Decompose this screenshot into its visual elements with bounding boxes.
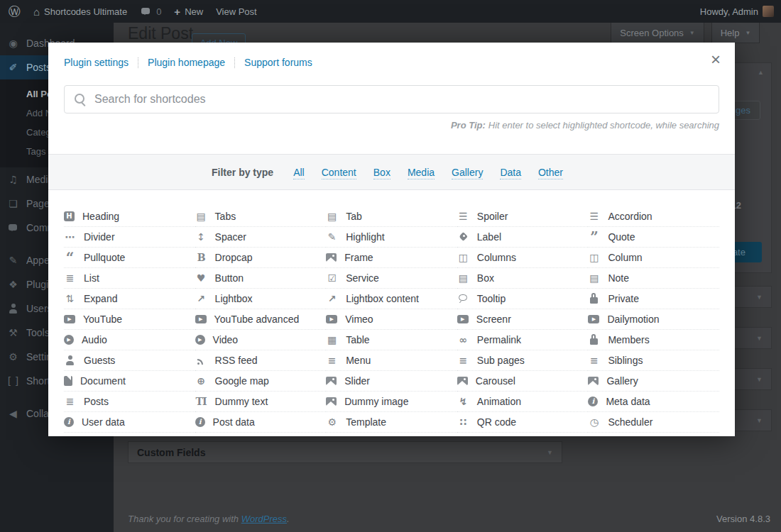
shortcode-item-heading[interactable]: HHeading	[64, 206, 195, 227]
shortcode-item-permalink[interactable]: ∞Permalink	[457, 330, 589, 350]
shortcode-item-carousel[interactable]: Carousel	[457, 371, 589, 392]
shortcode-item-tabs[interactable]: ▤Tabs	[195, 206, 327, 227]
site-menu[interactable]: ⌂ Shortcodes Ultimate	[33, 6, 127, 18]
shortcode-item-post-data[interactable]: iPost data	[195, 412, 327, 433]
howdy-menu[interactable]: Howdy, Admin	[700, 6, 774, 17]
shortcode-item-pullquote[interactable]: “Pullquote	[64, 248, 195, 268]
shortcode-item-guests[interactable]: Guests	[64, 350, 195, 371]
filter-content[interactable]: Content	[322, 167, 356, 179]
shortcode-item-user-data[interactable]: iUser data	[64, 412, 195, 433]
shortcode-label: Frame	[344, 252, 373, 263]
shortcode-item-sub-pages[interactable]: ≡Sub pages	[457, 350, 589, 371]
shortcode-item-scheduler[interactable]: ◷Scheduler	[588, 412, 719, 433]
shortcode-item-meta-data[interactable]: iMeta data	[588, 392, 719, 412]
shortcode-item-members[interactable]: Members	[588, 330, 719, 350]
modal-link-plugin-homepage[interactable]: Plugin homepage	[148, 57, 225, 68]
filter-media[interactable]: Media	[408, 167, 435, 179]
panel-toggle-down-icon[interactable]: ▼	[756, 417, 763, 424]
shortcode-item-frame[interactable]: Frame	[326, 248, 457, 268]
panel-toggle-down-icon[interactable]: ▼	[756, 335, 763, 342]
panel-toggle-down-icon[interactable]: ▼	[547, 449, 553, 456]
shortcode-item-posts[interactable]: ≣Posts	[64, 392, 195, 412]
shortcode-item-youtube-advanced[interactable]: ▶YouTube advanced	[195, 309, 327, 330]
screen-options-tab[interactable]: Screen Options ▼	[611, 23, 704, 43]
posts-list-icon: ≣	[64, 396, 76, 407]
modal-link-support-forums[interactable]: Support forums	[244, 57, 312, 68]
filter-data[interactable]: Data	[500, 167, 521, 179]
shortcodes-brackets-icon: [ ]	[7, 375, 19, 387]
shortcode-item-lightbox[interactable]: ↗Lightbox	[195, 289, 327, 309]
panel-toggle-down-icon[interactable]: ▼	[756, 294, 763, 301]
shortcode-label: Lightbox content	[346, 293, 419, 304]
shortcode-item-dummy-text[interactable]: TIDummy text	[195, 392, 327, 412]
shortcode-label: Tabs	[215, 211, 236, 222]
dropcap-icon: B	[195, 252, 207, 263]
shortcode-item-dropcap[interactable]: BDropcap	[195, 248, 327, 268]
shortcode-item-menu[interactable]: ≡Menu	[326, 350, 457, 371]
shortcode-item-note[interactable]: ▤Note	[588, 268, 719, 289]
view-post-menu[interactable]: View Post	[216, 6, 257, 17]
shortcode-item-column[interactable]: ◫Column	[588, 248, 719, 268]
shortcode-item-google-map[interactable]: ⊕Google map	[195, 371, 327, 392]
filter-gallery[interactable]: Gallery	[452, 167, 483, 179]
pushpin-icon: ✐	[7, 62, 19, 73]
shortcode-item-dailymotion[interactable]: ▶Dailymotion	[588, 309, 719, 330]
shortcode-item-youtube[interactable]: ▶YouTube	[64, 309, 195, 330]
site-name: Shortcodes Ultimate	[44, 6, 127, 17]
shortcode-item-siblings[interactable]: ≡Siblings	[588, 350, 719, 371]
shortcode-item-private[interactable]: Private	[588, 289, 719, 309]
shortcode-item-spacer[interactable]: ↕Spacer	[195, 227, 327, 248]
shortcode-item-vimeo[interactable]: ▶Vimeo	[326, 309, 457, 330]
shortcode-item-table[interactable]: ▦Table	[326, 330, 457, 350]
shortcode-item-highlight[interactable]: ✎Highlight	[326, 227, 457, 248]
shortcode-item-screenr[interactable]: ▶Screenr	[457, 309, 589, 330]
shortcode-label: Guests	[84, 355, 115, 366]
search-input[interactable]	[64, 85, 719, 113]
comments-menu[interactable]: 0	[140, 6, 161, 17]
shortcode-item-document[interactable]: Document	[64, 371, 195, 392]
template-icon: ⚙	[326, 416, 338, 428]
shortcode-label: QR code	[477, 416, 516, 428]
modal-link-plugin-settings[interactable]: Plugin settings	[64, 57, 129, 68]
shortcode-item-list[interactable]: ≣List	[64, 268, 195, 289]
shortcode-item-accordion[interactable]: ☰Accordion	[588, 206, 719, 227]
filter-other[interactable]: Other	[538, 167, 563, 179]
shortcode-item-rss-feed[interactable]: RSS feed	[195, 350, 327, 371]
panel-toggle-up-icon[interactable]: ▲	[758, 69, 764, 76]
shortcode-item-template[interactable]: ⚙Template	[326, 412, 457, 433]
shortcode-item-tooltip[interactable]: Tooltip	[457, 289, 589, 309]
shortcode-item-animation[interactable]: ↯Animation	[457, 392, 589, 412]
wordpress-link[interactable]: WordPress	[241, 514, 287, 524]
private-lock-icon	[588, 293, 600, 304]
shortcode-item-expand[interactable]: ⇅Expand	[64, 289, 195, 309]
new-menu[interactable]: + New	[174, 6, 203, 18]
shortcode-item-spoiler[interactable]: ☰Spoiler	[457, 206, 589, 227]
shortcode-item-qr-code[interactable]: ∷QR code	[457, 412, 589, 433]
shortcode-item-audio[interactable]: ▶Audio	[64, 330, 195, 350]
shortcode-item-gallery[interactable]: Gallery	[588, 371, 719, 392]
shortcode-item-divider[interactable]: ⋯Divider	[64, 227, 195, 248]
shortcode-item-video[interactable]: ▶Video	[195, 330, 327, 350]
tab-icon: ▤	[326, 211, 338, 222]
shortcode-item-columns[interactable]: ◫Columns	[457, 248, 589, 268]
help-tab[interactable]: Help ▼	[711, 23, 760, 43]
wordpress-logo-icon[interactable]: Ⓦ	[9, 4, 21, 20]
shortcode-item-tab[interactable]: ▤Tab	[326, 206, 457, 227]
close-icon[interactable]: ×	[706, 50, 725, 70]
shortcode-label: Google map	[215, 375, 269, 387]
collapse-arrow-icon: ◀	[7, 408, 19, 419]
shortcode-item-dummy-image[interactable]: Dummy image	[326, 392, 457, 412]
shortcode-item-label[interactable]: Label	[457, 227, 589, 248]
shortcode-item-quote[interactable]: ”Quote	[588, 227, 719, 248]
filter-all[interactable]: All	[293, 167, 305, 179]
shortcode-item-slider[interactable]: Slider	[326, 371, 457, 392]
shortcode-item-button[interactable]: ♥Button	[195, 268, 327, 289]
youtube-advanced-play-icon: ▶	[195, 315, 207, 323]
shortcode-item-service[interactable]: ☑Service	[326, 268, 457, 289]
shortcode-item-lightbox-content[interactable]: ↗Lightbox content	[326, 289, 457, 309]
shortcode-item-box[interactable]: ▤Box	[457, 268, 589, 289]
panel-toggle-down-icon[interactable]: ▼	[756, 376, 763, 383]
custom-fields-panel[interactable]: Custom Fields ▼	[128, 441, 562, 463]
filter-box[interactable]: Box	[373, 167, 390, 179]
shortcode-label: Private	[608, 293, 639, 304]
